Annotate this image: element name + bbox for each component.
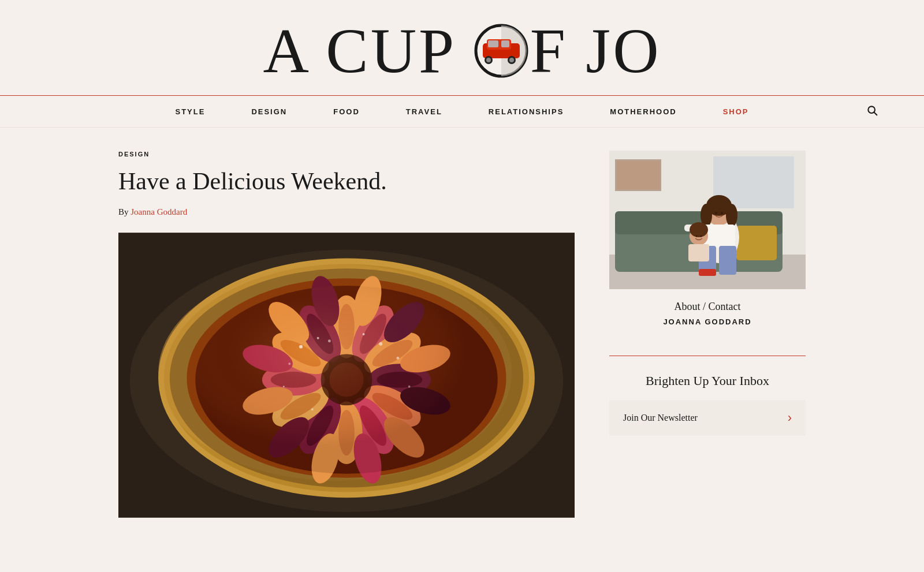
nav-item-food[interactable]: FOOD: [310, 96, 383, 127]
svg-rect-77: [736, 226, 777, 260]
site-header: A CUP F JO: [0, 0, 924, 95]
newsletter-button[interactable]: Join Our Newsletter ›: [609, 400, 806, 436]
svg-point-57: [195, 286, 497, 474]
svg-point-62: [379, 342, 382, 346]
nav-item-shop[interactable]: SHOP: [700, 96, 772, 127]
newsletter-section: Brighten Up Your Inbox Join Our Newslett…: [609, 368, 806, 447]
article-section: DESIGN Have a Delicious Weekend. By Joan…: [118, 151, 575, 519]
byline-prefix: By: [118, 207, 129, 216]
sidebar-profile: About / Contact JOANNA GODDARD: [609, 151, 806, 338]
svg-rect-92: [688, 244, 709, 261]
svg-point-93: [696, 235, 698, 237]
svg-rect-7: [488, 40, 498, 47]
svg-point-91: [690, 222, 708, 237]
site-logo[interactable]: A CUP F JO: [263, 17, 661, 84]
svg-point-63: [288, 363, 290, 365]
nav-item-relationships[interactable]: RELATIONSHIPS: [465, 96, 587, 127]
svg-rect-8: [501, 40, 509, 47]
nav-link-design[interactable]: DESIGN: [251, 107, 287, 116]
svg-point-4: [486, 58, 491, 62]
about-contact-name: JOANNA GODDARD: [663, 317, 751, 326]
profile-image-container: [609, 151, 806, 289]
nav-link-style[interactable]: STYLE: [175, 107, 205, 116]
search-button[interactable]: [866, 104, 878, 118]
svg-rect-88: [699, 269, 716, 276]
svg-rect-87: [719, 246, 736, 275]
article-image: [118, 231, 575, 519]
author-link[interactable]: Joanna Goddard: [131, 207, 187, 216]
nav-link-travel[interactable]: TRAVEL: [406, 107, 442, 116]
sidebar: About / Contact JOANNA GODDARD Brighten …: [609, 151, 806, 519]
article-image-container: [118, 231, 575, 519]
nav-link-food[interactable]: FOOD: [333, 107, 360, 116]
newsletter-arrow-icon: ›: [788, 410, 792, 425]
nav-link-relationships[interactable]: RELATIONSHIPS: [489, 107, 564, 116]
svg-point-83: [715, 212, 717, 214]
nav-item-design[interactable]: DESIGN: [228, 96, 310, 127]
nav-items: STYLE DESIGN FOOD TRAVEL RELATIONSHIPS M…: [46, 96, 878, 127]
article-byline: By Joanna Goddard: [118, 207, 575, 217]
svg-point-60: [328, 340, 331, 343]
svg-point-82: [726, 204, 737, 227]
newsletter-button-text: Join Our Newsletter: [623, 413, 698, 423]
nav-item-style[interactable]: STYLE: [152, 96, 228, 127]
article-title: Have a Delicious Weekend.: [118, 167, 575, 196]
sidebar-divider: [609, 356, 806, 356]
svg-point-67: [408, 386, 411, 388]
about-contact-section: About / Contact JOANNA GODDARD: [609, 301, 806, 338]
site-nav: STYLE DESIGN FOOD TRAVEL RELATIONSHIPS M…: [0, 95, 924, 128]
svg-line-10: [874, 113, 877, 115]
svg-point-66: [283, 386, 285, 388]
logo-text-f-jo: F JO: [530, 19, 661, 83]
article-category: DESIGN: [118, 151, 575, 158]
about-contact-label: About / Contact: [615, 301, 800, 313]
svg-point-94: [701, 235, 702, 237]
svg-point-84: [721, 212, 723, 214]
search-icon: [866, 104, 878, 116]
svg-point-58: [299, 345, 303, 349]
svg-point-65: [311, 409, 314, 411]
logo-text-a-cup: A CUP: [263, 19, 472, 83]
nav-link-motherhood[interactable]: MOTHERHOOD: [610, 107, 676, 116]
svg-rect-73: [617, 161, 660, 189]
logo-o-icon: [472, 17, 530, 84]
svg-point-61: [363, 333, 365, 335]
nav-item-motherhood[interactable]: MOTHERHOOD: [587, 96, 699, 127]
nav-item-travel[interactable]: TRAVEL: [383, 96, 465, 127]
nav-link-shop[interactable]: SHOP: [723, 107, 749, 116]
profile-image: [609, 151, 806, 289]
newsletter-title: Brighten Up Your Inbox: [609, 373, 806, 388]
svg-point-59: [317, 337, 319, 339]
svg-point-64: [396, 357, 399, 360]
main-content: DESIGN Have a Delicious Weekend. By Joan…: [72, 128, 852, 519]
svg-point-6: [509, 58, 514, 62]
